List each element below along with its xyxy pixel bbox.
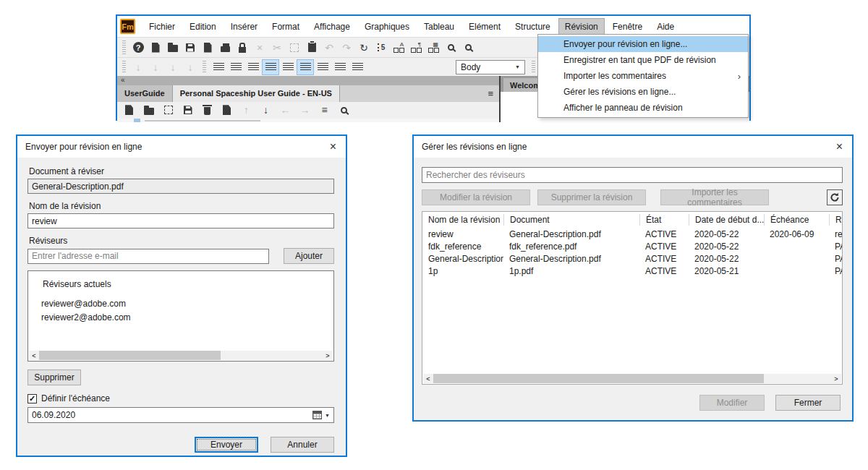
table-catalog-icon[interactable]: ▦ [425, 40, 442, 56]
tab-userguide[interactable]: UserGuide [117, 85, 173, 102]
review-name-input[interactable] [27, 213, 334, 228]
tab-personal-spaceship[interactable]: Personal Spaceship User Guide - EN-US [173, 85, 340, 102]
scrollbar-thumb[interactable] [39, 351, 221, 360]
promote-icon: ← [276, 102, 295, 118]
toolbar-grip[interactable] [122, 61, 126, 73]
redo-icon: ↷ [338, 40, 355, 56]
col-header-state[interactable]: État [639, 214, 689, 226]
menu-format[interactable]: Format [265, 18, 306, 35]
date-dropdown-icon[interactable]: ▼ [325, 413, 330, 418]
scroll-left-icon[interactable]: < [423, 375, 433, 383]
table-row[interactable]: fdk_reference fdk_reference.pdf ACTIVE 2… [422, 240, 842, 252]
spacing-plus-icon[interactable] [349, 59, 366, 75]
col-header-start-date[interactable]: Date de début d... [689, 214, 764, 226]
deadline-checkbox[interactable]: ✓ [27, 394, 37, 403]
menu-edition[interactable]: Edition [183, 18, 223, 35]
remove-reviewer-button[interactable]: Supprimer [27, 369, 81, 385]
close-icon[interactable]: × [328, 141, 338, 153]
horizontal-scrollbar[interactable]: < > [29, 351, 333, 360]
menu-item-import-comments[interactable]: Importer les commentaires› [538, 68, 748, 84]
horizontal-scrollbar[interactable]: < > [423, 374, 841, 383]
menu-item-send-for-online-review[interactable]: Envoyer pour révision en ligne... [538, 36, 748, 52]
menu-fenetre[interactable]: Fenêtre [606, 18, 649, 35]
space-between-icon[interactable] [331, 59, 349, 75]
menu-item-save-as-review-pdf[interactable]: Enregistrer en tant que PDF de révision [538, 52, 748, 68]
delete-file-icon[interactable] [197, 102, 217, 118]
save-icon[interactable] [182, 40, 199, 56]
paragraph-style-combobox[interactable]: Body ▼ [456, 60, 525, 74]
search-book-icon[interactable] [334, 102, 354, 118]
menu-fichier[interactable]: Fichier [142, 18, 182, 35]
deadline-date-field[interactable]: 06.09.2020 ▼ [27, 407, 334, 423]
toolbar-grip[interactable] [122, 40, 126, 54]
close-button[interactable]: Fermer [775, 395, 841, 411]
reviewer-item[interactable]: reviewer@adobe.com [28, 289, 333, 309]
menu-revision[interactable]: Révision [558, 18, 605, 35]
calendar-icon[interactable] [312, 411, 322, 419]
justify-full-icon[interactable] [279, 59, 297, 75]
close-icon[interactable]: × [835, 141, 844, 153]
manage-reviews-dialog: Gérer les révisions en ligne × Modifier … [412, 134, 854, 422]
reviewer-item[interactable]: reviewer2@adobe.com [28, 309, 333, 322]
col-header-review-name[interactable]: Nom de la révision [422, 214, 503, 226]
refresh-button[interactable] [827, 189, 843, 205]
align-right-icon[interactable] [244, 59, 262, 75]
help-icon[interactable]: ? [129, 40, 147, 56]
panel-menu-icon[interactable]: ≡ [488, 88, 493, 99]
display-list-icon[interactable]: ≡ [315, 102, 334, 118]
justify-icon[interactable] [297, 59, 314, 75]
toolbar-grip[interactable] [203, 61, 206, 73]
paragraph-catalog-icon[interactable]: ¶ [407, 40, 425, 56]
panel-collapse-icon[interactable]: « [117, 76, 499, 85]
cancel-button[interactable]: Annuler [271, 437, 334, 453]
numbered-steps-icon[interactable]: 5 [373, 40, 390, 56]
menu-item-manage-online-reviews[interactable]: Gérer les révisions en ligne... [538, 84, 748, 100]
line-spacing-icon[interactable] [314, 59, 331, 75]
reviewers-listbox[interactable]: Réviseurs actuels reviewer@adobe.com rev… [27, 270, 334, 362]
new-document-icon[interactable] [147, 40, 164, 56]
character-catalog-icon[interactable]: A [390, 40, 407, 56]
menu-tableau[interactable]: Tableau [417, 18, 461, 35]
reviewer-email-input[interactable] [27, 249, 269, 264]
scroll-right-icon[interactable]: > [323, 352, 333, 359]
menu-graphiques[interactable]: Graphiques [358, 18, 416, 35]
send-button[interactable]: Envoyer [195, 437, 258, 453]
scroll-left-icon[interactable]: < [29, 352, 39, 359]
col-header-deadline[interactable]: Échéance [764, 214, 829, 226]
search-reviewers-input[interactable] [422, 167, 843, 183]
repeat-icon[interactable]: ↻ [355, 40, 373, 56]
table-row[interactable]: 1p 1p.pdf ACTIVE 2020-05-21 PA [422, 265, 842, 277]
import-icon[interactable] [199, 40, 216, 56]
menu-inserer[interactable]: Insérer [224, 18, 264, 35]
align-left-icon[interactable] [210, 59, 227, 75]
update-book-icon[interactable] [217, 102, 237, 118]
scroll-right-icon[interactable]: > [831, 375, 841, 383]
paste-icon[interactable] [303, 40, 320, 56]
align-center-icon[interactable] [227, 59, 244, 75]
import-comments-button: Importer les commentaires [660, 189, 769, 205]
smart-catalog-icon[interactable] [442, 40, 459, 56]
move-down-icon[interactable]: ↓ [256, 102, 276, 118]
table-row[interactable]: review General-Description.pdf ACTIVE 20… [422, 228, 842, 240]
justify-left-icon[interactable] [262, 59, 279, 75]
menu-aide[interactable]: Aide [650, 18, 681, 35]
lock-icon[interactable] [234, 40, 251, 56]
scrollbar-thumb[interactable] [433, 374, 764, 383]
add-group-icon[interactable] [158, 102, 178, 118]
print-icon[interactable] [216, 40, 234, 56]
book-panel-content [117, 119, 499, 122]
menu-structure[interactable]: Structure [509, 18, 557, 35]
save-book-icon[interactable] [178, 102, 197, 118]
find-icon[interactable] [459, 40, 477, 56]
menu-affichage[interactable]: Affichage [307, 18, 357, 35]
col-header-document[interactable]: Document [503, 214, 639, 226]
add-folder-icon[interactable] [139, 102, 158, 118]
table-row[interactable]: General-Description General-Description.… [422, 252, 842, 265]
toolbar-grip[interactable] [532, 61, 535, 73]
col-header-reviewers[interactable]: Ré [829, 214, 843, 226]
add-reviewer-button[interactable]: Ajouter [284, 248, 334, 264]
menu-item-show-review-panel[interactable]: Afficher le panneau de révision [538, 100, 748, 116]
open-folder-icon[interactable] [164, 40, 182, 56]
menu-element[interactable]: Elément [462, 18, 507, 35]
add-document-icon[interactable] [119, 102, 139, 118]
